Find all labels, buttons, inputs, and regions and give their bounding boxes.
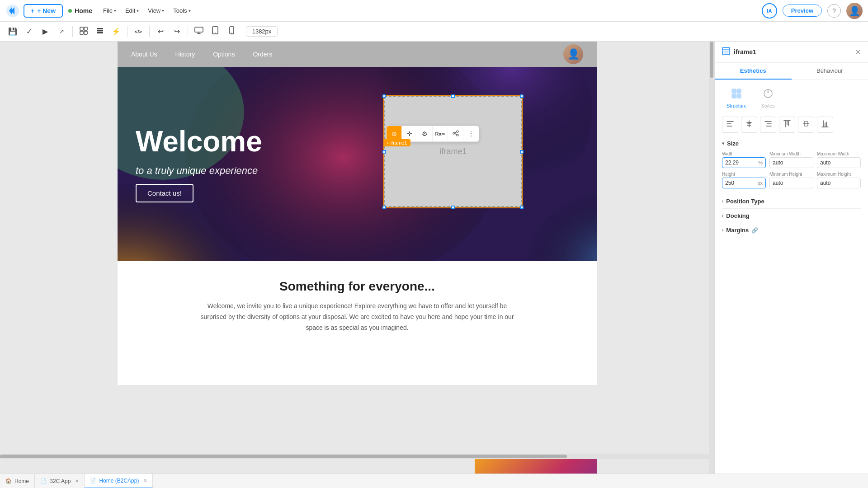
size-row-width: Width 22.29 % Minimum Width auto Maxim [722, 151, 861, 168]
page-status-dot [68, 9, 72, 13]
settings-icon: ⚙ [422, 130, 428, 137]
tab-close-home-b2c[interactable]: ✕ [143, 478, 147, 483]
element-connect-button[interactable] [448, 126, 463, 141]
horizontal-scrollbar[interactable] [0, 454, 709, 459]
tab-esthetics[interactable]: Esthetics [715, 63, 792, 80]
max-width-input[interactable]: auto [817, 157, 861, 168]
panel-close-button[interactable]: ✕ [855, 48, 861, 56]
new-button[interactable]: + + New [24, 4, 63, 18]
width-input[interactable]: 22.29 % [722, 157, 766, 168]
menu-item-file[interactable]: File ▾ [99, 5, 120, 16]
svg-rect-24 [732, 89, 736, 93]
chevron-right-icon: › [722, 199, 723, 204]
subtab-styles[interactable]: Styles [757, 85, 779, 111]
layers-button[interactable] [93, 24, 107, 39]
align-right-icon [764, 120, 772, 129]
tab-b2c-app[interactable]: 📄 B2C App ✕ [35, 474, 85, 488]
hero-content: Welcome to a truly unique experience Con… [118, 67, 597, 261]
user-avatar[interactable]: 👤 [846, 3, 863, 19]
size-section-header[interactable]: ▾ Size [722, 140, 861, 147]
redo-button[interactable]: ↪ [170, 24, 184, 39]
svg-point-20 [457, 131, 458, 132]
element-more-button[interactable]: ⋮ [463, 126, 479, 141]
svg-point-21 [457, 134, 458, 136]
panel-element-name: iframe1 [734, 48, 756, 56]
chevron-down-icon: ▾ [162, 8, 164, 13]
export-button[interactable]: ↗ [54, 24, 69, 39]
more-icon: ⋮ [468, 130, 474, 137]
plus-icon: + [31, 7, 34, 14]
element-rx-button[interactable]: Rx∞ [433, 126, 448, 141]
subtab-structure[interactable]: Structure [722, 85, 751, 111]
nav-options[interactable]: Options [213, 51, 235, 58]
docking-section[interactable]: › Docking [722, 208, 861, 223]
position-type-section[interactable]: › Position Type [722, 194, 861, 208]
scrollbar-thumb[interactable] [710, 42, 713, 78]
toolbar-separator [72, 26, 73, 37]
desktop-view-button[interactable] [192, 24, 206, 39]
tab-home[interactable]: 🏠 Home [0, 474, 35, 488]
align-center-v-button[interactable] [798, 117, 814, 133]
tab-home-b2capp[interactable]: 📄 Home (B2CApp) ✕ [85, 474, 153, 488]
nav-history[interactable]: History [175, 51, 195, 58]
margins-section[interactable]: › Margins 🔗 [722, 223, 861, 237]
svg-rect-23 [724, 51, 728, 53]
current-page: Home [68, 7, 92, 14]
menu-item-edit[interactable]: Edit ▾ [122, 5, 142, 16]
topbar: + + New Home File ▾ Edit ▾ View ▾ Tools … [0, 0, 868, 22]
tab-behaviour[interactable]: Behaviour [792, 63, 868, 80]
components-button[interactable] [76, 24, 91, 39]
align-bottom-button[interactable] [817, 117, 833, 133]
interactions-button[interactable]: ⚡ [109, 24, 123, 39]
iframe-element[interactable]: iframe1 [384, 96, 522, 207]
ia-button[interactable]: IA [762, 3, 777, 19]
nav-about-us[interactable]: About Us [131, 51, 157, 58]
chevron-right-icon: › [722, 228, 723, 233]
tablet-view-button[interactable] [208, 24, 222, 39]
preview-button[interactable]: Preview [783, 5, 822, 17]
height-input[interactable]: 250 px [722, 178, 766, 188]
help-button[interactable]: ? [827, 4, 841, 18]
mobile-view-button[interactable] [224, 24, 239, 39]
align-center-h-button[interactable] [741, 117, 757, 133]
min-height-input[interactable]: auto [769, 178, 813, 188]
chevron-left-icon: ‹ [387, 140, 389, 145]
min-width-field: Minimum Width auto [769, 151, 813, 168]
align-left-button[interactable] [722, 117, 738, 133]
horizontal-scrollbar-thumb[interactable] [0, 455, 567, 458]
toolbar-separator [149, 26, 150, 37]
styles-icon [763, 88, 774, 101]
panel-tabs: Esthetics Behaviour [715, 63, 868, 80]
play-button[interactable]: ▶ [38, 24, 52, 39]
max-height-input[interactable]: auto [817, 178, 861, 188]
width-field: Width 22.29 % [722, 151, 766, 168]
contact-us-button[interactable]: Contact us! [136, 184, 193, 202]
canvas-area[interactable]: About Us History Options Orders 👤 [0, 42, 714, 474]
svg-rect-5 [97, 28, 103, 29]
menu-item-view[interactable]: View ▾ [144, 5, 168, 16]
align-right-button[interactable] [760, 117, 776, 133]
tablet-icon [212, 26, 218, 37]
min-width-input[interactable]: auto [769, 157, 813, 168]
nav-orders[interactable]: Orders [253, 51, 272, 58]
max-height-label: Maximum Height [817, 172, 861, 177]
panel-title: iframe1 [722, 47, 756, 57]
align-top-button[interactable] [779, 117, 795, 133]
alignment-controls [722, 117, 861, 133]
vertical-scrollbar[interactable] [709, 42, 714, 474]
menu-item-tools[interactable]: Tools ▾ [170, 5, 194, 16]
iframe-tag[interactable]: ‹ iframe1 [383, 139, 410, 146]
move-icon: ✛ [407, 130, 412, 137]
new-button-label: + New [37, 7, 56, 14]
undo-button[interactable]: ↩ [153, 24, 168, 39]
logo[interactable] [5, 4, 20, 18]
save-button[interactable]: 💾 [5, 24, 20, 39]
chevron-right-icon: › [722, 213, 723, 218]
toolbar: 💾 ✓ ▶ ↗ ⚡ </> [0, 22, 868, 42]
check-button[interactable]: ✓ [22, 24, 36, 39]
tab-close-b2c[interactable]: ✕ [75, 479, 79, 483]
element-settings-button[interactable]: ⚙ [417, 126, 433, 141]
align-bottom-icon [821, 120, 829, 129]
svg-rect-26 [732, 94, 736, 98]
code-button[interactable]: </> [131, 24, 146, 39]
